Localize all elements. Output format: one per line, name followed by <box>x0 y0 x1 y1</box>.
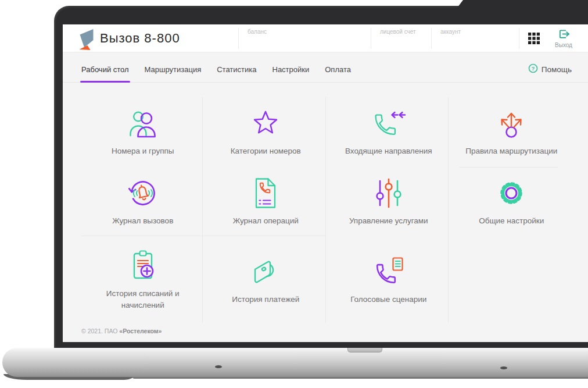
laptop-lid-corner <box>439 0 588 24</box>
grid-divider <box>448 97 449 323</box>
tab-desktop[interactable]: Рабочий стол <box>81 65 129 82</box>
laptop-base <box>2 348 588 377</box>
apps-grid-button[interactable] <box>528 33 540 45</box>
header-divider <box>431 28 432 49</box>
tile-label: История списаний и начислений <box>93 288 193 311</box>
screen: Вызов 8-800 баланс лицевой счет аккаунт <box>63 24 588 342</box>
operations-log-icon <box>252 176 279 211</box>
wallet-icon <box>250 254 281 289</box>
tile-numbers-and-groups[interactable]: Номера и группы <box>81 96 205 167</box>
app-logo-icon <box>78 28 95 52</box>
voice-script-icon <box>372 254 406 289</box>
help-label: Помощь <box>542 65 572 74</box>
copyright-company: «Ростелеком» <box>119 328 162 334</box>
call-log-icon <box>127 176 159 211</box>
tile-label: Входящие направления <box>345 145 432 157</box>
tile-payment-history[interactable]: История платежей <box>205 236 328 324</box>
tile-label: Журнал операций <box>233 215 299 227</box>
tile-number-categories[interactable]: Категории номеров <box>205 96 328 167</box>
tile-voice-scenarios[interactable]: Голосовые сценарии <box>327 236 450 324</box>
account-number-field-label: лицевой счет <box>380 29 416 35</box>
tile-incoming-directions[interactable]: Входящие направления <box>327 96 450 167</box>
tile-service-management[interactable]: Управление услугами <box>327 167 450 236</box>
tile-label: История платежей <box>232 294 299 305</box>
tile-label: Управление услугами <box>349 215 428 227</box>
tab-settings[interactable]: Настройки <box>273 65 310 82</box>
tab-statistics[interactable]: Статистика <box>217 65 256 82</box>
grid-divider <box>459 167 558 168</box>
header-divider <box>519 28 519 49</box>
tile-call-log[interactable]: Журнал вызовов <box>81 167 205 236</box>
tile-label: Голосовые сценарии <box>350 294 426 305</box>
logout-icon <box>557 33 571 41</box>
tile-general-settings[interactable]: Общие настройки <box>450 167 573 236</box>
sliders-icon <box>374 176 404 211</box>
routing-arrows-icon <box>495 106 528 141</box>
dashboard-grid: Номера и группы Категории номеров <box>81 96 573 324</box>
tab-routing[interactable]: Маршрутизация <box>145 65 202 82</box>
logout-button[interactable]: Выход <box>550 29 578 48</box>
account-field-label: аккаунт <box>440 29 461 35</box>
tile-label: Правила маршрутизации <box>465 145 557 157</box>
tile-routing-rules[interactable]: Правила маршрутизации <box>450 96 573 167</box>
tile-operations-log[interactable]: Журнал операций <box>205 167 328 236</box>
tile-label: Общие настройки <box>479 215 544 227</box>
laptop-latch-notch <box>347 348 382 353</box>
copyright-notice: © 2021. ПАО«Ростелеком» <box>81 328 162 334</box>
svg-text:?: ? <box>531 65 535 72</box>
app-header: Вызов 8-800 баланс лицевой счет аккаунт <box>63 24 588 52</box>
help-link[interactable]: ? Помощь <box>528 63 572 82</box>
header-divider <box>371 28 371 49</box>
copyright-prefix: © 2021. ПАО <box>81 328 117 334</box>
grid-divider <box>325 97 326 323</box>
apps-grid-icon <box>528 37 540 46</box>
tile-label: Журнал вызовов <box>112 215 173 227</box>
grid-divider <box>81 236 325 236</box>
tile-label: Номера и группы <box>112 145 174 157</box>
balance-field-label: баланс <box>248 29 267 35</box>
header-divider <box>238 28 239 49</box>
users-icon <box>126 106 160 141</box>
main-nav: Рабочий стол Маршрутизация Статистика На… <box>63 52 588 83</box>
logout-label: Выход <box>550 42 578 48</box>
laptop-foot <box>500 366 507 369</box>
grid-divider <box>202 97 203 323</box>
app-title: Вызов 8-800 <box>100 31 180 46</box>
laptop-foot <box>215 365 222 368</box>
star-icon <box>249 106 282 141</box>
help-icon: ? <box>528 63 538 75</box>
clipboard-plus-icon <box>129 248 157 283</box>
gear-icon <box>495 176 528 211</box>
incoming-call-icon <box>371 106 406 141</box>
tile-charges-history[interactable]: История списаний и начислений <box>81 236 205 324</box>
tile-label: Категории номеров <box>231 145 301 157</box>
tab-payment[interactable]: Оплата <box>325 65 351 82</box>
